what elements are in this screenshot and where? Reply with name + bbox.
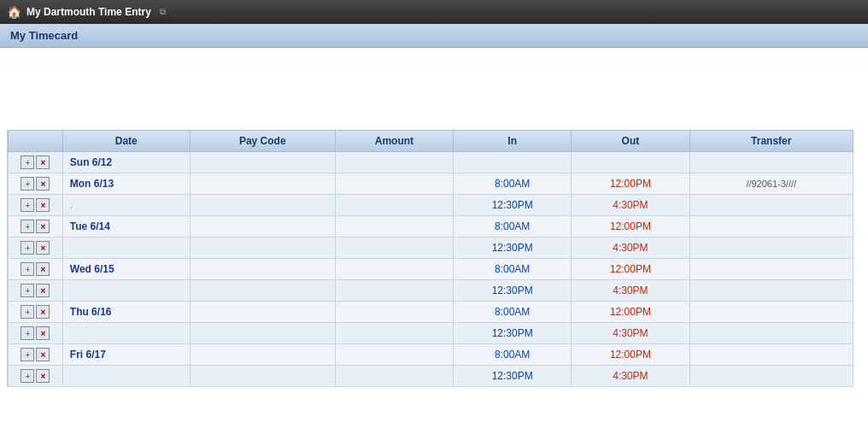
row-in-cell: 12:30PM xyxy=(454,195,572,216)
row-out-cell: 12:00PM xyxy=(572,344,689,366)
add-row-button[interactable]: + xyxy=(21,326,34,340)
row-amount-cell xyxy=(335,238,453,259)
row-amount-cell xyxy=(335,366,453,387)
add-row-button[interactable]: + xyxy=(21,369,34,383)
remove-row-button[interactable]: × xyxy=(36,177,50,191)
add-row-button[interactable]: + xyxy=(21,198,34,212)
row-paycode-cell xyxy=(190,280,335,302)
row-actions-cell: +× xyxy=(9,173,63,195)
row-transfer-cell xyxy=(689,152,853,173)
remove-row-button[interactable]: × xyxy=(36,284,50,297)
row-date-cell: Mon 6/13 xyxy=(62,173,190,195)
row-transfer-cell xyxy=(689,195,853,216)
remove-row-button[interactable]: × xyxy=(36,326,50,340)
row-actions-cell: +× xyxy=(9,280,63,302)
row-in-cell xyxy=(454,152,572,173)
row-paycode-cell xyxy=(190,302,335,323)
date-label: Wed 6/15 xyxy=(70,263,114,275)
row-date-cell: Tue 6/14 xyxy=(62,216,190,238)
add-row-button[interactable]: + xyxy=(21,155,34,169)
timecard-table: Date Pay Code Amount In Out Transfer +×S… xyxy=(8,130,853,387)
remove-row-button[interactable]: × xyxy=(36,241,50,255)
date-label: Tue 6/14 xyxy=(70,220,110,232)
row-actions-cell: +× xyxy=(9,195,63,216)
add-row-button[interactable]: + xyxy=(21,262,34,276)
row-amount-cell xyxy=(335,323,453,344)
table-row: +×12:30PM4:30PM xyxy=(9,323,853,344)
row-paycode-cell xyxy=(190,344,335,366)
row-amount-cell xyxy=(335,259,453,280)
remove-row-button[interactable]: × xyxy=(36,198,50,212)
row-amount-cell xyxy=(335,195,453,216)
row-paycode-cell xyxy=(190,152,335,173)
row-amount-cell xyxy=(335,280,453,302)
row-amount-cell xyxy=(335,302,453,323)
row-date-cell xyxy=(62,323,190,344)
row-out-cell: 4:30PM xyxy=(572,280,689,302)
content-area: Date Pay Code Amount In Out Transfer +×S… xyxy=(0,48,868,394)
add-row-button[interactable]: + xyxy=(21,220,34,233)
table-row: +×Thu 6/168:00AM12:00PM xyxy=(9,302,853,323)
remove-row-button[interactable]: × xyxy=(36,369,50,383)
row-paycode-cell xyxy=(190,259,335,280)
col-header-transfer: Transfer xyxy=(689,131,853,152)
row-paycode-cell xyxy=(190,216,335,238)
remove-row-button[interactable]: × xyxy=(36,305,50,319)
remove-row-button[interactable]: × xyxy=(36,262,50,276)
row-in-cell: 8:00AM xyxy=(454,216,572,238)
row-transfer-cell: //92061-3//// xyxy=(689,173,853,195)
add-row-button[interactable]: + xyxy=(21,348,34,361)
row-date-cell xyxy=(62,366,190,387)
col-header-out: Out xyxy=(572,131,689,152)
col-header-in: In xyxy=(454,131,572,152)
table-header-row: Date Pay Code Amount In Out Transfer xyxy=(9,131,853,152)
row-date-cell xyxy=(62,280,190,302)
row-actions-cell: +× xyxy=(9,259,63,280)
date-label: Fri 6/17 xyxy=(70,349,106,361)
row-amount-cell xyxy=(335,173,453,195)
row-out-cell xyxy=(572,152,689,173)
remove-row-button[interactable]: × xyxy=(36,220,50,233)
row-in-cell: 12:30PM xyxy=(454,366,572,387)
date-label: Thu 6/16 xyxy=(70,306,112,318)
row-amount-cell xyxy=(335,152,453,173)
row-actions-cell: +× xyxy=(9,344,63,366)
row-actions-cell: +× xyxy=(9,238,63,259)
row-transfer-cell xyxy=(689,238,853,259)
row-out-cell: 4:30PM xyxy=(572,195,689,216)
row-actions-cell: +× xyxy=(9,216,63,238)
remove-row-button[interactable]: × xyxy=(36,155,50,169)
row-actions-cell: +× xyxy=(9,302,63,323)
add-row-button[interactable]: + xyxy=(21,241,34,255)
add-row-button[interactable]: + xyxy=(21,305,34,319)
col-header-amount: Amount xyxy=(335,131,453,152)
title-bar: 🏠 My Dartmouth Time Entry ⧉ xyxy=(0,0,868,24)
row-out-cell: 12:00PM xyxy=(572,173,689,195)
row-in-cell: 8:00AM xyxy=(454,344,572,366)
row-out-cell: 4:30PM xyxy=(572,366,689,387)
timecard-table-container: Date Pay Code Amount In Out Transfer +×S… xyxy=(7,130,861,387)
col-header-actions xyxy=(9,131,63,152)
add-row-button[interactable]: + xyxy=(21,177,34,191)
row-in-cell: 12:30PM xyxy=(454,323,572,344)
add-row-button[interactable]: + xyxy=(21,284,34,297)
row-date-cell: Thu 6/16 xyxy=(62,302,190,323)
row-actions-cell: +× xyxy=(9,366,63,387)
home-icon: 🏠 xyxy=(7,5,21,19)
row-in-cell: 8:00AM xyxy=(454,173,572,195)
row-out-cell: 12:00PM xyxy=(572,302,689,323)
row-actions-cell: +× xyxy=(9,323,63,344)
row-out-cell: 12:00PM xyxy=(572,259,689,280)
remove-row-button[interactable]: × xyxy=(36,348,50,361)
empty-area xyxy=(7,55,861,123)
table-row: +×12:30PM4:30PM xyxy=(9,238,853,259)
row-amount-cell xyxy=(335,344,453,366)
row-date-cell xyxy=(62,238,190,259)
row-in-cell: 8:00AM xyxy=(454,259,572,280)
date-label: Mon 6/13 xyxy=(70,178,114,190)
row-transfer-cell xyxy=(689,216,853,238)
row-paycode-cell xyxy=(190,173,335,195)
row-paycode-cell xyxy=(190,323,335,344)
row-in-cell: 8:00AM xyxy=(454,302,572,323)
table-row: +×.12:30PM4:30PM xyxy=(9,195,853,216)
